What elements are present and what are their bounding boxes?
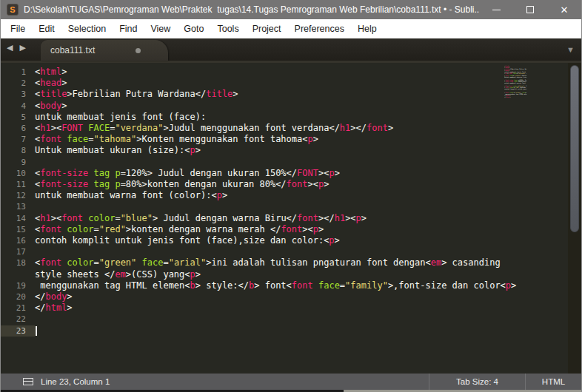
- code-line-text: [35, 325, 521, 337]
- menu-item-file[interactable]: File: [4, 21, 32, 37]
- code-line-text: <font-size tag p=120%> Judul dengan ukur…: [35, 168, 521, 179]
- close-icon: ✕: [561, 4, 569, 16]
- tab-size-selector[interactable]: Tab Size: 4: [429, 374, 525, 390]
- code-line-text: [35, 201, 521, 212]
- cursor-position-label[interactable]: Line 23, Column 1: [41, 377, 110, 386]
- code-line[interactable]: 23: [1, 325, 581, 337]
- text-cursor: [36, 326, 37, 336]
- code-line[interactable]: 8Untuk membuat ukuran (size):<p>: [1, 145, 581, 156]
- line-number: 5: [1, 112, 35, 123]
- tab-label: coba111.txt: [41, 45, 95, 55]
- code-line-text: [35, 157, 521, 168]
- syntax-selector[interactable]: HTML: [525, 374, 581, 390]
- code-line-text: contoh komplit untuk jenis font (face),s…: [35, 235, 521, 246]
- menu-item-project[interactable]: Project: [246, 21, 288, 37]
- code-line-text: [35, 246, 521, 257]
- line-number: 4: [1, 101, 35, 112]
- code-line[interactable]: 11<font-size tag p=80%>konten dengan uku…: [1, 179, 581, 190]
- code-line[interactable]: 15<font color="red">konten dengan warna …: [1, 224, 581, 235]
- menu-item-edit[interactable]: Edit: [32, 21, 61, 37]
- code-line[interactable]: 19 menggunakan tag HTML elemen<b> style:…: [1, 280, 581, 291]
- code-line-text: <title>Febrilian Putra Wardana</title>: [35, 89, 521, 100]
- code-line[interactable]: 12untuk membuat warna font (color):<p>: [1, 190, 581, 201]
- code-line[interactable]: 7<font face="tahoma">Konten menggunakan …: [1, 134, 581, 145]
- code-line-text: <body>: [35, 101, 521, 112]
- code-line[interactable]: 6<h1><FONT FACE="verdana">Judul mengguna…: [1, 123, 581, 134]
- line-number: 14: [1, 213, 35, 224]
- code-line[interactable]: 2<head>: [1, 78, 581, 89]
- line-number: 16: [1, 235, 35, 246]
- menu-bar: FileEditSelectionFindViewGotoToolsProjec…: [1, 19, 581, 38]
- line-number: 2: [1, 78, 35, 89]
- code-line[interactable]: 16contoh komplit untuk jenis font (face)…: [1, 235, 581, 246]
- minimap-line: contoh komplit untuk jenis font (face),s…: [504, 88, 526, 89]
- vertical-scrollbar-track[interactable]: [568, 63, 581, 374]
- tab-size-label: Tab Size: 4: [456, 377, 498, 386]
- tab-overflow-button[interactable]: ▼: [566, 46, 575, 54]
- vertical-scrollbar-thumb[interactable]: [570, 65, 579, 232]
- modified-dot-icon: [136, 48, 141, 53]
- minimap-line: Untuk membuat ukuran (size):<p>: [504, 76, 526, 78]
- line-number: 21: [1, 303, 35, 314]
- sublime-logo-icon: S: [7, 4, 19, 16]
- line-number: 15: [1, 224, 35, 235]
- menu-item-view[interactable]: View: [144, 21, 177, 37]
- line-number: 3: [1, 89, 35, 100]
- close-button[interactable]: ✕: [547, 0, 581, 19]
- code-line[interactable]: 9: [1, 157, 581, 168]
- code-line[interactable]: 14<h1><font color="blue"> Judul dengan w…: [1, 213, 581, 224]
- code-line[interactable]: 20</body>: [1, 291, 581, 303]
- status-bar: Line 23, Column 1 Tab Size: 4 HTML: [1, 374, 581, 390]
- tab-coba111[interactable]: coba111.txt: [41, 40, 168, 61]
- code-line[interactable]: 4<body>: [1, 101, 581, 112]
- line-number: 23: [1, 325, 35, 337]
- line-number: 17: [1, 246, 35, 257]
- code-line-text: [35, 314, 521, 325]
- code-line[interactable]: 22: [1, 314, 581, 325]
- line-number: 22: [1, 314, 35, 325]
- code-line-text: <h1><FONT FACE="verdana">Judul menggunak…: [35, 123, 521, 134]
- code-line-text: <html>: [35, 67, 521, 78]
- minimap[interactable]: <html><head><title>Febrilian Putra Warda…: [504, 65, 526, 101]
- menu-item-help[interactable]: Help: [351, 21, 384, 37]
- code-line-text: <font color="green" face="arial">ini ada…: [35, 257, 521, 280]
- sublime-window: S D:\Sekolah\TUGAS\Pemrograman Web\Prakt…: [0, 0, 582, 392]
- window-controls: ✕: [479, 0, 581, 19]
- line-number: 8: [1, 145, 35, 156]
- tab-prev-button[interactable]: ◀: [7, 44, 13, 52]
- code-line-text: </html>: [35, 303, 521, 314]
- minimize-icon: [492, 10, 501, 10]
- tab-next-button[interactable]: ▶: [19, 44, 25, 52]
- minimize-button[interactable]: [479, 0, 513, 19]
- menu-item-tools[interactable]: Tools: [210, 21, 245, 37]
- editor-pane[interactable]: 1<html>2<head>3<title>Febrilian Putra Wa…: [1, 63, 581, 374]
- code-line[interactable]: 21</html>: [1, 303, 581, 314]
- code-line-text: untuk membuat jenis font (face):: [35, 112, 521, 123]
- code-line-text: <font-size tag p=80%>konten dengan ukura…: [35, 179, 521, 190]
- code-line-text: Untuk membuat ukuran (size):<p>: [35, 145, 521, 156]
- macro-panel-icon[interactable]: [23, 378, 33, 385]
- window-title: D:\Sekolah\TUGAS\Pemrograman Web\Praktek…: [24, 4, 479, 15]
- code-line-text: <font face="tahoma">Konten menggunakan f…: [35, 134, 521, 145]
- code-line[interactable]: 18<font color="green" face="arial">ini a…: [1, 257, 581, 280]
- code-line[interactable]: 1<html>: [1, 67, 581, 78]
- minimap-line: [504, 99, 526, 101]
- menu-item-selection[interactable]: Selection: [61, 21, 113, 37]
- line-number: 20: [1, 291, 35, 303]
- menu-item-preferences[interactable]: Preferences: [288, 21, 351, 37]
- code-line[interactable]: 5untuk membuat jenis font (face):: [1, 112, 581, 123]
- line-number: 13: [1, 201, 35, 212]
- maximize-button[interactable]: [513, 0, 547, 19]
- menu-item-find[interactable]: Find: [113, 21, 144, 37]
- menu-item-goto[interactable]: Goto: [177, 21, 210, 37]
- code-line-text: <font color="red">konten dengan warna me…: [35, 224, 521, 235]
- code-line[interactable]: 17: [1, 246, 581, 257]
- code-line[interactable]: 3<title>Febrilian Putra Wardana</title>: [1, 89, 581, 100]
- tab-bar: ◀ ▶ coba111.txt ▼: [1, 38, 581, 63]
- code-line-text: <head>: [35, 78, 521, 89]
- line-number: 10: [1, 168, 35, 179]
- line-number: 18: [1, 257, 35, 268]
- code-area[interactable]: 1<html>2<head>3<title>Febrilian Putra Wa…: [1, 67, 581, 337]
- code-line[interactable]: 10<font-size tag p=120%> Judul dengan uk…: [1, 168, 581, 179]
- code-line[interactable]: 13: [1, 201, 581, 212]
